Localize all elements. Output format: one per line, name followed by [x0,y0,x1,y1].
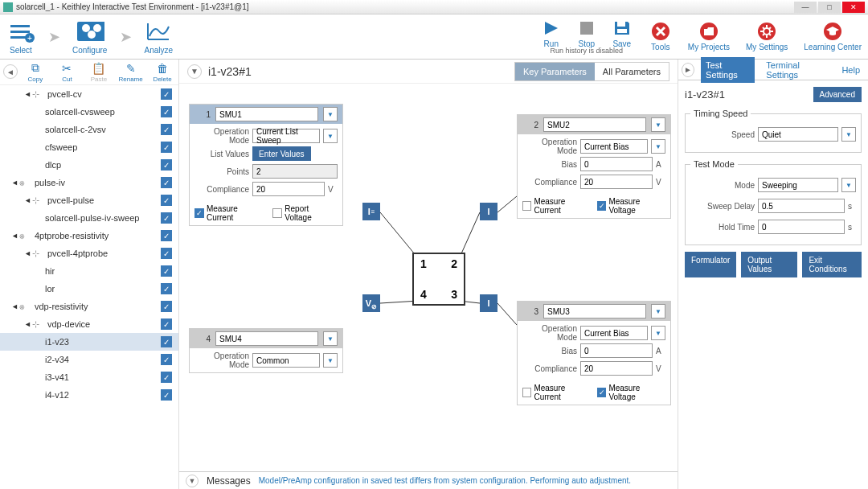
dropdown-icon[interactable]: ▼ [651,304,665,318]
learning-center-button[interactable]: Learning Center [804,22,862,51]
tree-item[interactable]: ◄⊹pvcell-4ptprobe✓ [0,244,178,262]
stop-button[interactable]: Stop [575,18,598,48]
tree-check[interactable]: ✓ [161,124,172,135]
analyze-button[interactable]: Analyze [144,18,173,55]
tree-check[interactable]: ✓ [161,177,172,188]
smu4-opmode[interactable]: Common [252,353,320,368]
save-button[interactable]: Save [611,18,633,48]
messages-collapse[interactable]: ▼ [186,475,199,487]
dropdown-icon[interactable]: ▼ [323,129,338,143]
tab-terminal-settings[interactable]: Terminal Settings [761,57,830,83]
smu1-points[interactable]: 2 [252,164,338,179]
tree-item[interactable]: i4-v12✓ [0,386,178,404]
dropdown-icon[interactable]: ▼ [651,326,665,340]
delete-button[interactable]: 🗑Delete [146,60,178,84]
tree-item[interactable]: ◄⊹vdp-device✓ [0,315,178,333]
dropdown-icon[interactable]: ▼ [323,353,338,368]
hold-time-input[interactable]: 0 [758,220,845,234]
smu3-compliance[interactable]: 20 [580,361,653,376]
smu1-compliance[interactable]: 20 [252,182,325,196]
dropdown-icon[interactable]: ▼ [323,107,338,121]
center-collapse-button[interactable]: ▼ [187,64,202,79]
smu1-report-voltage[interactable]: Report Voltage [272,204,338,222]
tree-item[interactable]: ◄⊹pvcell-pulse✓ [0,191,178,209]
tab-test-settings[interactable]: Test Settings [701,57,755,83]
cut-button[interactable]: ✂Cut [51,60,84,84]
tree-check[interactable]: ✓ [161,283,172,294]
tree-item[interactable]: cfsweep✓ [0,138,178,156]
dropdown-icon[interactable]: ▼ [841,178,856,192]
smu2-select[interactable]: SMU2 [543,117,646,132]
dropdown-icon[interactable]: ▼ [323,331,338,346]
advanced-button[interactable]: Advanced [813,87,862,102]
my-projects-button[interactable]: My Projects [688,22,730,51]
minimize-button[interactable]: — [794,2,817,13]
tree-item[interactable]: lor✓ [0,280,178,298]
tools-button[interactable]: Tools [649,22,672,51]
smu1-measure-current[interactable]: ✓Measure Current [194,204,266,222]
tree-check[interactable]: ✓ [161,106,172,117]
smu3-measure-voltage[interactable]: ✓Measure Voltage [597,384,665,401]
smu2-bias[interactable]: 0 [580,157,653,171]
tree-check[interactable]: ✓ [161,354,172,365]
tree-item[interactable]: i1-v23✓ [0,333,178,351]
tab-help[interactable]: Help [837,62,865,78]
smu2-opmode[interactable]: Current Bias [580,139,648,154]
project-tree[interactable]: ◄⊹pvcell-cv✓solarcell-cvsweep✓solarcell-… [0,85,178,479]
tree-item[interactable]: solarcell-pulse-iv-sweep✓ [0,209,178,227]
tree-check[interactable]: ✓ [161,336,172,347]
tree-check[interactable]: ✓ [161,142,172,153]
smu4-select[interactable]: SMU4 [215,331,318,346]
tree-check[interactable]: ✓ [161,230,172,241]
tree-check[interactable]: ✓ [161,318,172,330]
select-button[interactable]: + Select [6,18,35,55]
dropdown-icon[interactable]: ▼ [651,139,665,154]
smu3-bias[interactable]: 0 [580,343,653,358]
exit-conditions-button[interactable]: Exit Conditions [802,252,862,277]
tree-item[interactable]: ◄⎈vdp-resistivity✓ [0,298,178,315]
tree-check[interactable]: ✓ [161,372,172,383]
smu3-select[interactable]: SMU3 [543,304,646,318]
run-button[interactable]: Run [540,18,563,48]
tree-check[interactable]: ✓ [161,301,172,312]
tree-check[interactable]: ✓ [161,265,172,277]
smu1-opmode[interactable]: Current List Sweep [252,129,320,143]
tree-item[interactable]: ◄⎈4ptprobe-resistivity✓ [0,227,178,244]
left-collapse-button[interactable]: ◄ [3,64,18,79]
configure-button[interactable]: Configure [72,18,107,55]
tree-check[interactable]: ✓ [161,159,172,171]
sweep-delay-input[interactable]: 0.5 [758,199,845,213]
dropdown-icon[interactable]: ▼ [841,127,856,142]
output-values-button[interactable]: Output Values [741,252,797,277]
tree-check[interactable]: ✓ [161,212,172,224]
smu1-select[interactable]: SMU1 [215,107,318,121]
smu3-opmode[interactable]: Current Bias [580,326,648,340]
tree-check[interactable]: ✓ [161,195,172,206]
tree-check[interactable]: ✓ [161,389,172,401]
smu2-measure-voltage[interactable]: ✓Measure Voltage [597,197,665,215]
tree-item[interactable]: solarcell-c-2vsv✓ [0,121,178,138]
all-parameters-tab[interactable]: All Parameters [595,63,669,80]
tree-item[interactable]: solarcell-cvsweep✓ [0,103,178,121]
tree-item[interactable]: ◄⊹pvcell-cv✓ [0,85,178,103]
key-parameters-tab[interactable]: Key Parameters [515,63,595,80]
mode-select[interactable]: Sweeping [758,178,838,192]
tree-item[interactable]: i2-v34✓ [0,351,178,368]
tree-item[interactable]: i3-v41✓ [0,368,178,386]
speed-select[interactable]: Quiet [758,127,838,142]
enter-values-button[interactable]: Enter Values [252,146,311,161]
my-settings-button[interactable]: My Settings [746,22,788,51]
copy-button[interactable]: ⧉Copy [19,60,51,84]
smu2-measure-current[interactable]: Measure Current [522,197,591,215]
dropdown-icon[interactable]: ▼ [651,117,665,132]
rename-button[interactable]: ✎Rename [115,60,147,84]
formulator-button[interactable]: Formulator [685,252,736,277]
maximize-button[interactable]: □ [818,2,841,13]
tree-check[interactable]: ✓ [161,248,172,259]
smu3-measure-current[interactable]: Measure Current [522,384,591,401]
tree-item[interactable]: hir✓ [0,262,178,280]
close-button[interactable]: ✕ [842,2,865,13]
tree-item[interactable]: ◄⎈pulse-iv✓ [0,174,178,191]
tree-item[interactable]: dlcp✓ [0,156,178,174]
smu2-compliance[interactable]: 20 [580,175,653,189]
